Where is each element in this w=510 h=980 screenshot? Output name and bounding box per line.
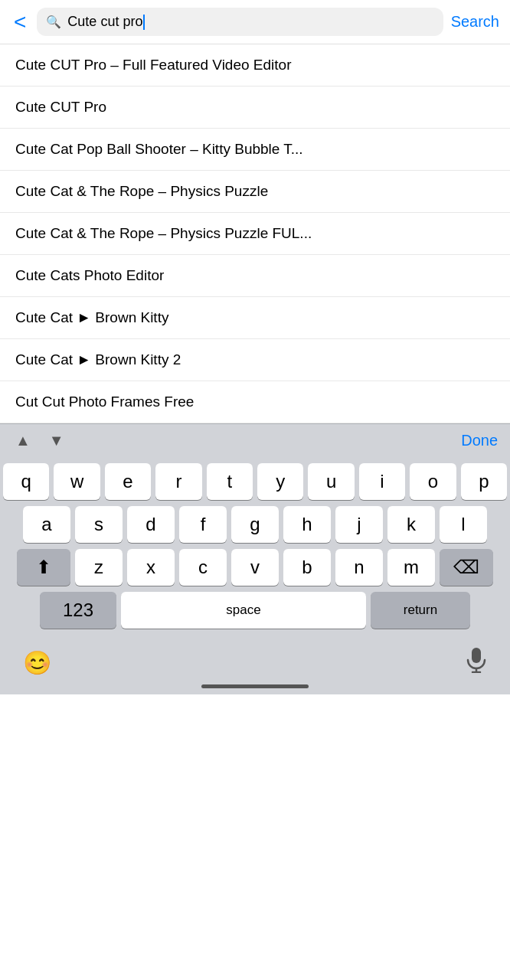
suggestions-list: Cute CUT Pro – Full Featured Video Edito…: [0, 44, 510, 423]
keyboard-toolbar: ▲ ▼ Done: [0, 423, 510, 457]
suggestion-item[interactable]: Cut Cut Photo Frames Free: [0, 381, 510, 423]
back-button[interactable]: <: [11, 11, 29, 33]
key-t[interactable]: t: [207, 463, 253, 500]
key-c[interactable]: c: [179, 549, 227, 586]
done-button[interactable]: Done: [461, 432, 498, 449]
key-space[interactable]: space: [121, 592, 366, 629]
key-return[interactable]: return: [371, 592, 470, 629]
key-f[interactable]: f: [179, 506, 227, 543]
key-i[interactable]: i: [359, 463, 405, 500]
keyboard-row-2: asdfghjkl: [3, 506, 507, 543]
key-e[interactable]: e: [105, 463, 151, 500]
key-q[interactable]: q: [3, 463, 49, 500]
home-bar: [201, 684, 309, 688]
keyboard-row-3: ⬆zxcvbnm⌫: [3, 549, 507, 586]
key-j[interactable]: j: [335, 506, 383, 543]
suggestion-item[interactable]: Cute CUT Pro: [0, 87, 510, 129]
suggestion-item[interactable]: Cute Cats Photo Editor: [0, 255, 510, 297]
key-123[interactable]: 123: [40, 592, 116, 629]
key-x[interactable]: x: [127, 549, 175, 586]
nav-arrows: ▲ ▼: [12, 430, 67, 451]
suggestion-item[interactable]: Cute Cat & The Rope – Physics Puzzle: [0, 171, 510, 213]
key-l[interactable]: l: [440, 506, 487, 543]
keyboard: qwertyuiop asdfghjkl ⬆zxcvbnm⌫ 123 space…: [0, 457, 510, 638]
suggestion-item[interactable]: Cute Cat ► Brown Kitty 2: [0, 339, 510, 381]
key-delete[interactable]: ⌫: [440, 549, 493, 586]
home-indicator: [0, 684, 510, 694]
key-o[interactable]: o: [410, 463, 456, 500]
svg-rect-0: [472, 648, 481, 663]
suggestion-item[interactable]: Cute CUT Pro – Full Featured Video Edito…: [0, 44, 510, 87]
key-shift[interactable]: ⬆: [17, 549, 70, 586]
key-p[interactable]: p: [461, 463, 507, 500]
key-n[interactable]: n: [335, 549, 383, 586]
emoji-button[interactable]: 😊: [23, 649, 51, 676]
key-k[interactable]: k: [387, 506, 435, 543]
suggestion-item[interactable]: Cute Cat Pop Ball Shooter – Kitty Bubble…: [0, 129, 510, 171]
keyboard-row-1: qwertyuiop: [3, 463, 507, 500]
mic-button[interactable]: [466, 647, 487, 678]
key-y[interactable]: y: [257, 463, 303, 500]
key-h[interactable]: h: [283, 506, 331, 543]
key-d[interactable]: d: [127, 506, 175, 543]
key-w[interactable]: w: [54, 463, 100, 500]
text-cursor: [143, 15, 145, 30]
search-button[interactable]: Search: [451, 13, 499, 31]
key-g[interactable]: g: [231, 506, 279, 543]
search-bar[interactable]: 🔍 Cute cut pro: [37, 8, 443, 36]
search-input[interactable]: Cute cut pro: [67, 14, 433, 30]
suggestion-item[interactable]: Cute Cat & The Rope – Physics Puzzle FUL…: [0, 213, 510, 255]
key-a[interactable]: a: [23, 506, 70, 543]
key-v[interactable]: v: [231, 549, 279, 586]
key-s[interactable]: s: [75, 506, 123, 543]
keyboard-row-4: 123 space return: [3, 592, 507, 629]
key-u[interactable]: u: [308, 463, 354, 500]
key-b[interactable]: b: [283, 549, 331, 586]
key-z[interactable]: z: [75, 549, 123, 586]
key-m[interactable]: m: [387, 549, 435, 586]
key-r[interactable]: r: [155, 463, 201, 500]
suggestion-item[interactable]: Cute Cat ► Brown Kitty: [0, 297, 510, 339]
search-icon: 🔍: [46, 15, 61, 29]
prev-arrow-button[interactable]: ▲: [12, 430, 34, 451]
bottom-bar: 😊: [0, 638, 510, 684]
header: < 🔍 Cute cut pro Search: [0, 0, 510, 44]
next-arrow-button[interactable]: ▼: [46, 430, 67, 451]
